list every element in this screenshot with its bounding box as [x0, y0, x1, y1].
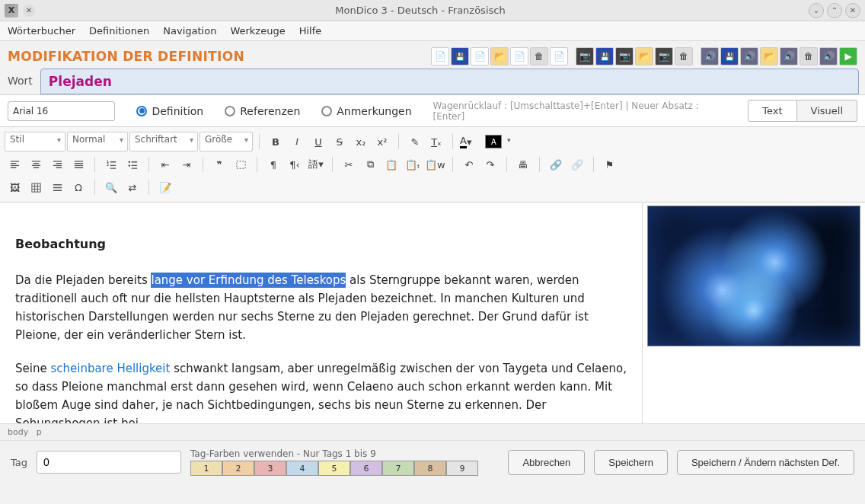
numbered-list-button[interactable]: 12 — [101, 155, 121, 174]
bold-button[interactable]: B — [266, 132, 286, 152]
subscript-button[interactable]: x₂ — [351, 132, 371, 152]
image-open-icon[interactable]: 📂 — [635, 47, 653, 65]
image-save-icon[interactable]: 💾 — [595, 47, 614, 65]
copy-format-button[interactable]: ✎ — [405, 132, 425, 152]
unlink-button[interactable]: 🔗 — [567, 155, 587, 174]
size-dropdown[interactable]: Größe — [199, 132, 253, 152]
align-center-button[interactable] — [26, 155, 46, 174]
redo-button[interactable]: ↷ — [480, 155, 500, 174]
audio-play-icon[interactable]: ▶ — [839, 47, 857, 65]
minimize-button[interactable]: ⌄ — [809, 3, 824, 18]
audio-save-icon[interactable]: 💾 — [720, 47, 739, 65]
definition-image[interactable] — [647, 206, 860, 346]
pdf-icon-3[interactable]: 📄 — [510, 47, 528, 65]
find-button[interactable]: 🔍 — [101, 177, 121, 197]
hr-button[interactable] — [47, 177, 67, 197]
align-right-button[interactable] — [47, 155, 67, 174]
menu-definitions[interactable]: Definitionen — [89, 25, 149, 37]
link-button[interactable]: 🔗 — [546, 155, 566, 174]
pdf-icon-4[interactable]: 📄 — [550, 47, 568, 65]
content-link[interactable]: scheinbare Helligkeit — [50, 362, 170, 375]
align-left-button[interactable] — [5, 155, 24, 174]
cut-button[interactable]: ✂ — [339, 155, 359, 174]
tag-color-8[interactable]: 8 — [414, 461, 446, 476]
table-button[interactable] — [26, 177, 46, 197]
source-button[interactable]: 📝 — [155, 177, 175, 197]
radio-notes[interactable]: Anmerkungen — [321, 105, 411, 117]
tag-input[interactable] — [37, 451, 181, 474]
camera-icon-3[interactable]: 📷 — [655, 47, 673, 65]
save-button[interactable]: Speichern — [594, 450, 668, 475]
print-button[interactable]: 🖶 — [513, 155, 533, 174]
save-next-button[interactable]: Speichern / Ändern nächsten Def. — [677, 450, 854, 475]
menu-help[interactable]: Hilfe — [299, 25, 322, 37]
style-dropdown[interactable]: Stil — [5, 132, 65, 152]
image-button[interactable]: 🖼 — [5, 177, 24, 197]
font-input[interactable]: Arial 16 — [8, 101, 115, 121]
cancel-button[interactable]: Abbrechen — [508, 450, 585, 475]
speaker-icon-4[interactable]: 🔊 — [819, 47, 838, 65]
bullet-list-button[interactable] — [123, 155, 142, 174]
menu-tools[interactable]: Werkzeuge — [230, 25, 285, 37]
view-visual-button[interactable]: Visuell — [797, 100, 857, 122]
tag-color-5[interactable]: 5 — [318, 461, 350, 476]
pdf-icon-2[interactable]: 📄 — [471, 47, 489, 65]
radio-references[interactable]: Referenzen — [225, 105, 300, 117]
word-value[interactable]: Plejaden — [40, 69, 859, 94]
rich-text-editor[interactable]: Beobachtung Da die Plejaden bereits lang… — [0, 203, 643, 423]
font-dropdown[interactable]: Schriftart — [129, 132, 198, 152]
div-button[interactable] — [231, 155, 251, 174]
undo-button[interactable]: ↶ — [459, 155, 479, 174]
blockquote-button[interactable]: ❞ — [209, 155, 229, 174]
tag-color-2[interactable]: 2 — [222, 461, 254, 476]
tag-color-3[interactable]: 3 — [254, 461, 286, 476]
italic-button[interactable]: I — [287, 132, 307, 152]
specialchar-button[interactable]: Ω — [69, 177, 88, 197]
camera-icon[interactable]: 📷 — [576, 47, 594, 65]
tag-color-7[interactable]: 7 — [382, 461, 414, 476]
image-delete-icon[interactable]: 🗑 — [675, 47, 693, 65]
path-p[interactable]: p — [37, 427, 42, 437]
speaker-icon-3[interactable]: 🔊 — [780, 47, 798, 65]
underline-button[interactable]: U — [308, 132, 328, 152]
menu-navigation[interactable]: Navigation — [163, 25, 216, 37]
tag-color-6[interactable]: 6 — [350, 461, 382, 476]
pdf-open-icon[interactable]: 📂 — [490, 47, 509, 65]
paste-word-button[interactable]: 📋w — [424, 155, 446, 174]
strike-button[interactable]: S — [330, 132, 350, 152]
speaker-icon-2[interactable]: 🔊 — [740, 47, 758, 65]
language-button[interactable]: 語▾ — [306, 155, 326, 174]
close-button[interactable]: ✕ — [845, 3, 860, 18]
pdf-delete-icon[interactable]: 🗑 — [530, 47, 548, 65]
camera-icon-2[interactable]: 📷 — [615, 47, 634, 65]
format-dropdown[interactable]: Normal — [67, 132, 128, 152]
path-body[interactable]: body — [8, 427, 28, 437]
ltr-button[interactable]: ¶ — [263, 155, 283, 174]
tag-color-9[interactable]: 9 — [446, 461, 478, 476]
outdent-button[interactable]: ⇤ — [155, 155, 175, 174]
view-text-button[interactable]: Text — [748, 100, 796, 122]
speaker-icon[interactable]: 🔊 — [701, 47, 719, 65]
superscript-button[interactable]: x² — [372, 132, 392, 152]
tag-color-4[interactable]: 4 — [286, 461, 318, 476]
copy-button[interactable]: ⧉ — [360, 155, 380, 174]
radio-definition[interactable]: Definition — [136, 105, 203, 117]
anchor-button[interactable]: ⚑ — [600, 155, 620, 174]
indent-button[interactable]: ⇥ — [177, 155, 196, 174]
pdf-icon[interactable]: 📄 — [431, 47, 449, 65]
rtl-button[interactable]: ¶‹ — [285, 155, 305, 174]
bg-color-button[interactable]: A — [484, 132, 513, 152]
tag-color-1[interactable]: 1 — [190, 461, 222, 476]
titlebar-close-hint[interactable]: ✕ — [23, 5, 35, 17]
audio-delete-icon[interactable]: 🗑 — [800, 47, 818, 65]
text-color-button[interactable]: A▾ — [459, 132, 483, 152]
paste-text-button[interactable]: 📋ₜ — [403, 155, 423, 174]
replace-button[interactable]: ⇄ — [123, 177, 142, 197]
pdf-save-icon[interactable]: 💾 — [451, 47, 469, 65]
remove-format-button[interactable]: Tₓ — [426, 132, 446, 152]
menu-dictionaries[interactable]: Wörterbucher — [8, 25, 75, 37]
paste-button[interactable]: 📋 — [381, 155, 401, 174]
align-justify-button[interactable] — [69, 155, 88, 174]
audio-open-icon[interactable]: 📂 — [760, 47, 778, 65]
maximize-button[interactable]: ⌃ — [827, 3, 842, 18]
